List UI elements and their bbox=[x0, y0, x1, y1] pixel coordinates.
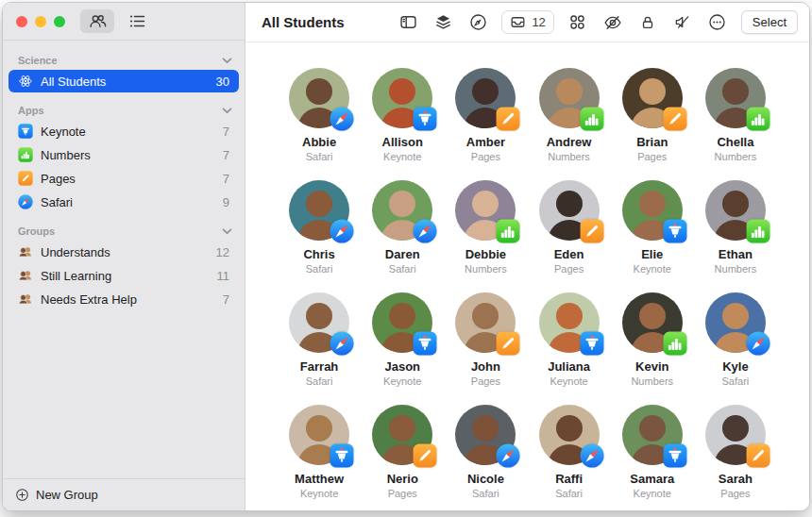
sidebar-item-label: Keynote bbox=[41, 125, 86, 139]
student-app-label: Numbers bbox=[631, 375, 673, 388]
invite-tray-icon bbox=[509, 13, 527, 31]
mute-button[interactable] bbox=[671, 11, 694, 34]
sidebar-item-pages[interactable]: Pages7 bbox=[8, 167, 239, 190]
pages-badge-icon bbox=[663, 107, 687, 131]
student-card-juliana[interactable]: JulianaKeynote bbox=[527, 286, 610, 398]
safari-badge-icon bbox=[330, 331, 354, 356]
student-card-chris[interactable]: ChrisSafari bbox=[278, 174, 361, 286]
student-card-john[interactable]: JohnPages bbox=[444, 286, 527, 398]
safari-badge-icon bbox=[413, 219, 437, 243]
lock-button[interactable] bbox=[636, 11, 659, 34]
avatar bbox=[289, 180, 349, 241]
sidebar-item-understands[interactable]: Understands12 bbox=[8, 241, 239, 263]
group-icon bbox=[18, 292, 33, 307]
student-app-label: Pages bbox=[471, 150, 500, 163]
student-card-abbie[interactable]: AbbieSafari bbox=[278, 61, 361, 174]
student-name: Juliana bbox=[548, 359, 590, 375]
student-card-elie[interactable]: ElieKeynote bbox=[611, 174, 694, 286]
sidebar-item-label: Pages bbox=[41, 172, 76, 186]
student-card-allison[interactable]: AllisonKeynote bbox=[361, 61, 444, 174]
sidebar-item-count: 7 bbox=[223, 292, 229, 307]
student-name: Eden bbox=[554, 246, 584, 262]
select-button[interactable]: Select bbox=[741, 10, 798, 34]
student-card-farrah[interactable]: FarrahSafari bbox=[278, 286, 361, 398]
new-group-button[interactable]: New Group bbox=[3, 478, 245, 510]
student-card-jason[interactable]: JasonKeynote bbox=[361, 286, 444, 398]
invite-count: 12 bbox=[532, 15, 545, 29]
student-name: Nerio bbox=[387, 471, 418, 487]
safari-badge-icon bbox=[330, 219, 354, 243]
student-name: Brian bbox=[636, 134, 668, 150]
student-card-eden[interactable]: EdenPages bbox=[527, 174, 610, 286]
sidebar-item-count: 12 bbox=[216, 245, 229, 259]
student-card-nerio[interactable]: NerioPages bbox=[361, 398, 444, 510]
student-app-label: Pages bbox=[471, 375, 500, 388]
more-button[interactable] bbox=[706, 11, 729, 34]
chevron-down-icon[interactable] bbox=[222, 108, 232, 114]
chevron-down-icon[interactable] bbox=[222, 58, 232, 64]
invite-tray-button[interactable]: 12 bbox=[501, 10, 553, 34]
student-card-sarah[interactable]: SarahPages bbox=[694, 398, 777, 510]
avatar bbox=[455, 292, 516, 353]
sidebar-item-all-students[interactable]: All Students30 bbox=[8, 70, 239, 92]
sidebar-item-count: 7 bbox=[223, 172, 229, 186]
pages-badge-icon bbox=[413, 443, 437, 468]
pages-badge-icon bbox=[746, 443, 770, 468]
traffic-light-zoom[interactable] bbox=[54, 16, 65, 27]
keynote-badge-icon bbox=[330, 443, 354, 468]
student-app-label: Numbers bbox=[465, 262, 507, 275]
numbers-badge-icon bbox=[746, 107, 770, 131]
traffic-light-minimize[interactable] bbox=[35, 16, 46, 27]
student-app-label: Numbers bbox=[548, 150, 590, 163]
student-card-brian[interactable]: BrianPages bbox=[611, 61, 694, 174]
avatar bbox=[622, 292, 683, 353]
avatar bbox=[539, 405, 600, 465]
student-name: Abbie bbox=[302, 134, 336, 150]
app-grid-button[interactable] bbox=[567, 11, 589, 34]
student-card-andrew[interactable]: AndrewNumbers bbox=[527, 61, 610, 174]
student-name: Kyle bbox=[722, 359, 748, 375]
sidebar-item-numbers[interactable]: Numbers7 bbox=[8, 143, 239, 166]
student-card-kyle[interactable]: KyleSafari bbox=[694, 286, 777, 398]
student-card-matthew[interactable]: MatthewKeynote bbox=[278, 398, 361, 510]
avatar bbox=[372, 292, 432, 353]
student-card-raffi[interactable]: RaffiSafari bbox=[527, 398, 610, 510]
hide-screen-button[interactable] bbox=[601, 11, 624, 34]
student-card-ethan[interactable]: EthanNumbers bbox=[694, 174, 777, 286]
pages-badge-icon bbox=[496, 331, 520, 356]
student-app-label: Pages bbox=[388, 487, 417, 500]
layers-button[interactable] bbox=[431, 11, 454, 34]
sidebar-item-keynote[interactable]: Keynote7 bbox=[8, 120, 239, 142]
student-app-label: Pages bbox=[554, 262, 584, 275]
student-name: Samara bbox=[630, 471, 674, 487]
sidebar-item-count: 7 bbox=[223, 125, 229, 139]
student-app-label: Keynote bbox=[550, 375, 587, 388]
student-card-amber[interactable]: AmberPages bbox=[444, 61, 527, 174]
sidebar-toggle-button[interactable] bbox=[397, 11, 419, 34]
compass-button[interactable] bbox=[466, 11, 489, 34]
list-view-button[interactable] bbox=[120, 9, 154, 33]
avatar bbox=[622, 180, 683, 241]
people-view-button[interactable] bbox=[80, 9, 114, 33]
sidebar-item-still-learning[interactable]: Still Learning11 bbox=[8, 264, 239, 287]
chevron-down-icon[interactable] bbox=[222, 228, 232, 235]
sidebar-sections: ScienceAll Students30AppsKeynote7Numbers… bbox=[3, 41, 245, 478]
student-card-daren[interactable]: DarenSafari bbox=[361, 174, 444, 286]
section-label: Apps bbox=[18, 105, 44, 116]
student-card-nicole[interactable]: NicoleSafari bbox=[444, 398, 527, 510]
class-icon bbox=[18, 74, 33, 89]
student-card-kevin[interactable]: KevinNumbers bbox=[611, 286, 694, 398]
safari-badge-icon bbox=[496, 443, 520, 468]
traffic-light-close[interactable] bbox=[16, 16, 27, 27]
sidebar-item-count: 9 bbox=[223, 195, 229, 209]
student-name: Matthew bbox=[295, 471, 344, 487]
student-card-chella[interactable]: ChellaNumbers bbox=[694, 61, 777, 174]
student-card-debbie[interactable]: DebbieNumbers bbox=[444, 174, 527, 286]
avatar bbox=[705, 292, 766, 353]
student-card-samara[interactable]: SamaraKeynote bbox=[611, 398, 694, 510]
ellipsis-circle-icon bbox=[707, 12, 727, 32]
sidebar-item-safari[interactable]: Safari9 bbox=[8, 191, 239, 213]
numbers-badge-icon bbox=[580, 107, 604, 131]
compass-icon bbox=[468, 12, 488, 32]
sidebar-item-needs-extra-help[interactable]: Needs Extra Help7 bbox=[8, 288, 239, 310]
